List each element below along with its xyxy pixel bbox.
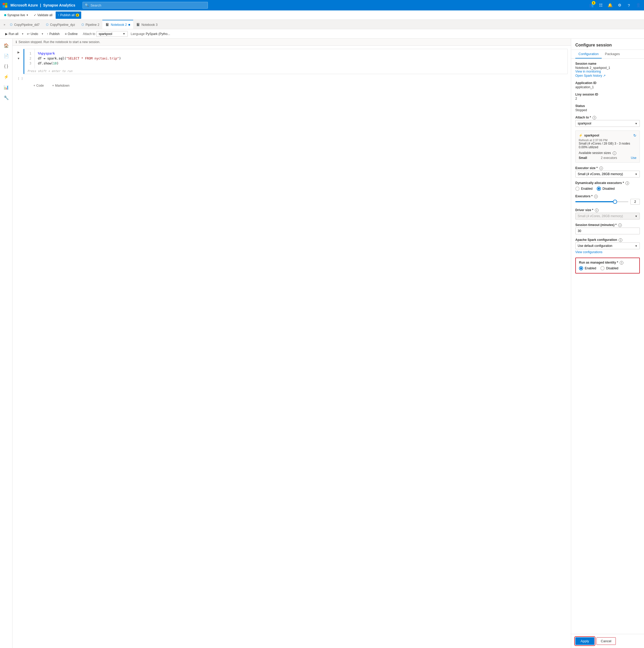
tab-copypipeline-dyz[interactable]: ⬡ CopyPipeline_dyz bbox=[43, 20, 78, 29]
spark-config-info-icon[interactable]: i bbox=[619, 238, 622, 242]
livy-session-id-group: Livy session ID 2 bbox=[575, 93, 640, 101]
run-all-button[interactable]: ▶ Run all bbox=[3, 31, 20, 37]
info-circle-icon: ℹ bbox=[16, 40, 17, 44]
search-input[interactable] bbox=[90, 3, 205, 7]
use-size-link[interactable]: Use bbox=[631, 156, 636, 160]
session-timeout-info-icon[interactable]: i bbox=[618, 223, 622, 227]
application-id-label: Application ID bbox=[575, 81, 640, 85]
run-cell-button[interactable]: ▶ bbox=[16, 49, 21, 55]
outline-icon: ≡ bbox=[65, 32, 66, 36]
executors-value-input[interactable] bbox=[631, 199, 640, 205]
session-timeout-group: Session timeout (minutes) * i bbox=[575, 223, 640, 234]
tabs-expand-icon[interactable]: » bbox=[2, 23, 7, 26]
managed-disabled-option[interactable]: Disabled bbox=[600, 266, 618, 270]
cell-gutter: 1 2 3 %%pyspark df = spark.sql("SELECT *… bbox=[24, 49, 567, 68]
spark-config-dropdown[interactable]: Use default configuration ▼ bbox=[575, 242, 640, 249]
undo-button[interactable]: ↩ Undo bbox=[25, 31, 40, 37]
undo-chevron[interactable]: ▼ bbox=[41, 33, 44, 35]
validate-icon: ✓ bbox=[34, 13, 36, 17]
add-cell-bar: + Code + Markdown bbox=[16, 80, 568, 91]
synapse-live-status: Synapse live ▼ bbox=[2, 12, 31, 18]
search-icon: 🔍 bbox=[85, 3, 89, 7]
outline-label: Outline bbox=[68, 32, 78, 36]
live-dot bbox=[4, 14, 6, 16]
managed-enabled-option[interactable]: Enabled bbox=[579, 266, 596, 270]
sidebar-monitor-icon[interactable]: 📊 bbox=[2, 83, 11, 92]
tab-configuration[interactable]: Configuration bbox=[575, 50, 602, 58]
cell-wrapper[interactable]: 1 2 3 %%pyspark df = spark.sql("SELECT *… bbox=[23, 49, 568, 74]
portal-icon[interactable]: ☷ bbox=[597, 2, 604, 8]
driver-size-value: Small (4 vCores, 28GB memory) bbox=[578, 214, 623, 218]
main-content: 🏠 📄 { } ⚡ 📊 🔧 ℹ Session stopped. Run the… bbox=[0, 39, 644, 648]
view-configurations-link[interactable]: View configurations bbox=[575, 250, 640, 254]
managed-disabled-radio-circle[interactable] bbox=[600, 266, 604, 270]
dynamic-disabled-radio-circle[interactable] bbox=[597, 186, 601, 191]
sparkpool-name-row: ⚡ sparkpool bbox=[579, 133, 599, 137]
tab-notebook2[interactable]: 📓 Notebook 2 bbox=[102, 20, 133, 29]
run-chevron[interactable]: ▼ bbox=[21, 33, 24, 35]
managed-enabled-radio-circle[interactable] bbox=[579, 266, 583, 270]
session-sizes-info-icon[interactable]: i bbox=[613, 151, 616, 155]
executor-size-dropdown[interactable]: Small (4 vCores, 28GB memory) ▼ bbox=[575, 171, 640, 177]
managed-identity-info-icon[interactable]: i bbox=[620, 261, 624, 265]
dynamic-allocate-disabled-option[interactable]: Disabled bbox=[597, 186, 615, 191]
cancel-button[interactable]: Cancel bbox=[596, 637, 616, 645]
managed-identity-radio-group: Enabled Disabled bbox=[579, 266, 636, 270]
dynamic-allocate-enabled-option[interactable]: Enabled bbox=[575, 186, 593, 191]
apply-button[interactable]: Apply bbox=[575, 637, 594, 645]
session-timeout-input[interactable] bbox=[575, 227, 640, 234]
add-code-button[interactable]: + Code bbox=[31, 83, 46, 89]
tab-pipeline2[interactable]: ⬡ Pipeline 2 bbox=[78, 20, 103, 29]
open-spark-history-link[interactable]: Open Spark history ↗ bbox=[575, 74, 640, 77]
publish-all-button[interactable]: ↑ Publish all 2 bbox=[56, 11, 81, 19]
driver-size-info-icon[interactable]: i bbox=[595, 209, 599, 212]
tab-packages[interactable]: Packages bbox=[602, 50, 623, 58]
dynamic-enabled-radio-circle[interactable] bbox=[575, 186, 580, 191]
publish-button[interactable]: ↑ Publish bbox=[45, 31, 62, 37]
executors-info-icon[interactable]: i bbox=[594, 195, 598, 198]
view-monitoring-link[interactable]: View in monitoring bbox=[575, 70, 640, 73]
add-markdown-button[interactable]: + Markdown bbox=[50, 83, 71, 89]
tab-copypipeline-dd7[interactable]: ⬡ CopyPipeline_dd7 bbox=[7, 20, 43, 29]
bell-icon[interactable]: 🔔 bbox=[607, 2, 613, 8]
executor-size-info-icon[interactable]: i bbox=[599, 166, 603, 170]
executors-group: Executors * i bbox=[575, 195, 640, 205]
outline-button[interactable]: ≡ Outline bbox=[63, 31, 80, 37]
livy-session-id-label: Livy session ID bbox=[575, 93, 640, 96]
tab-notebook3[interactable]: 📓 Notebook 3 bbox=[133, 20, 161, 29]
session-size-executors: 2 executors bbox=[601, 156, 617, 160]
sidebar-develop-icon[interactable]: { } bbox=[2, 62, 11, 71]
cell-collapse-button[interactable]: ▼ bbox=[16, 56, 21, 61]
notebook-area: ℹ Session stopped. Run the notebook to s… bbox=[12, 39, 571, 648]
settings-icon[interactable]: ⚙ bbox=[616, 2, 623, 8]
help-icon[interactable]: ? bbox=[626, 2, 632, 8]
attach-to-dropdown[interactable]: sparkpool ▼ bbox=[96, 31, 128, 37]
pipeline-icon-2: ⬡ bbox=[46, 23, 49, 26]
sidebar-data-icon[interactable]: 📄 bbox=[2, 51, 11, 61]
search-bar[interactable]: 🔍 bbox=[83, 2, 208, 9]
cell-code[interactable]: %%pyspark df = spark.sql("SELECT * FROM … bbox=[35, 49, 567, 68]
svg-rect-3 bbox=[5, 5, 8, 8]
svg-rect-0 bbox=[3, 3, 5, 5]
notification-icon[interactable]: 👥 1 bbox=[588, 2, 594, 8]
validate-all-button[interactable]: ✓ Validate all bbox=[32, 11, 55, 19]
user-icon[interactable]: 👤 bbox=[635, 2, 641, 8]
slider-thumb[interactable] bbox=[613, 200, 617, 204]
pipeline-icon-3: ⬡ bbox=[82, 23, 84, 26]
left-sidebar: 🏠 📄 { } ⚡ 📊 🔧 bbox=[0, 39, 12, 648]
attach-to-label-text: Attach to * bbox=[575, 116, 591, 119]
code-cell: ▶ ▼ 1 2 3 %%pyspark df = spark.sql("SELE… bbox=[16, 49, 568, 74]
sidebar-manage-icon[interactable]: 🔧 bbox=[2, 93, 11, 102]
status-value: Stopped bbox=[575, 108, 640, 112]
dynamic-allocate-info-icon[interactable]: i bbox=[626, 181, 629, 185]
panel-body: Session name Notebook 2_sparkpool_1 View… bbox=[571, 59, 644, 634]
sidebar-integrate-icon[interactable]: ⚡ bbox=[2, 72, 11, 82]
attach-to-field-dropdown[interactable]: sparkpool ▼ bbox=[575, 120, 640, 127]
spark-config-label-text: Apache Spark configuration bbox=[575, 238, 617, 242]
executors-slider-track[interactable] bbox=[575, 201, 628, 202]
brand-divider: | bbox=[40, 3, 41, 7]
sidebar-home-icon[interactable]: 🏠 bbox=[2, 41, 11, 50]
attach-to-info-icon[interactable]: i bbox=[593, 116, 596, 119]
driver-size-dropdown[interactable]: Small (4 vCores, 28GB memory) ▼ bbox=[575, 213, 640, 219]
refresh-icon[interactable]: ↻ bbox=[633, 133, 636, 138]
